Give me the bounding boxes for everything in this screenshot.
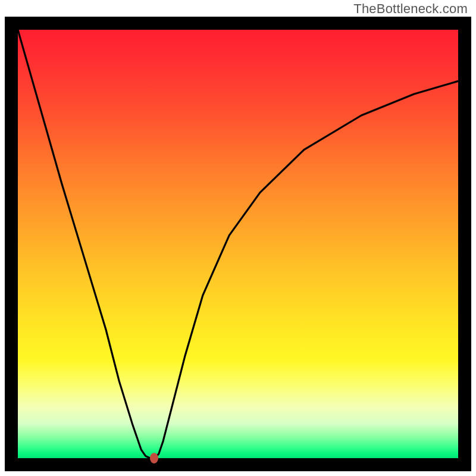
plot-border [5,17,471,471]
optimum-marker [150,453,158,464]
bottleneck-curve [18,30,458,458]
chart-frame: TheBottleneck.com [0,0,476,476]
attribution-label: TheBottleneck.com [353,1,468,17]
